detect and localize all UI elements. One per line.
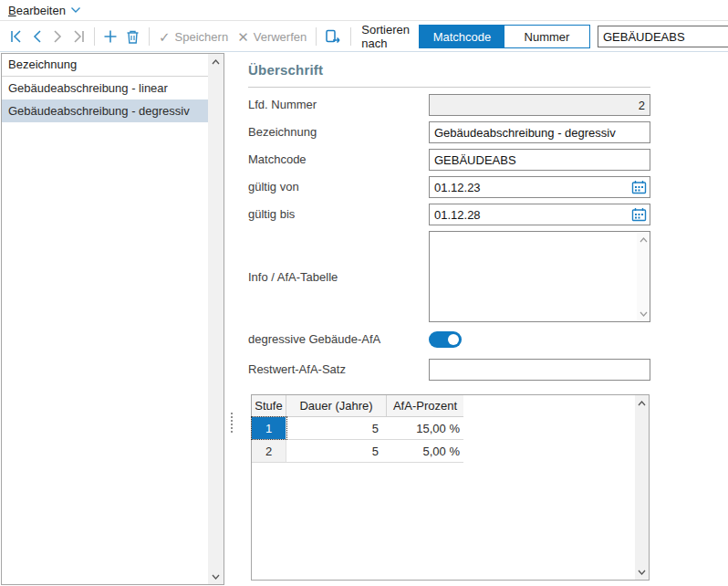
save-button[interactable]: ✓ Speichern xyxy=(154,25,233,48)
restwert-afa-satz-field[interactable] xyxy=(429,359,650,381)
app-window: Bearbeiten xyxy=(0,0,728,586)
toggle-knob xyxy=(448,334,459,345)
list-item-selected[interactable]: Gebäudeabschreibung - degressiv xyxy=(2,99,208,122)
calendar-icon[interactable] xyxy=(631,207,647,222)
plus-icon xyxy=(103,29,118,44)
matchcode-search-input[interactable] xyxy=(598,26,728,47)
heading-divider xyxy=(248,87,650,88)
bezeichnung-field[interactable] xyxy=(429,121,650,143)
discard-button[interactable]: ✕ Verwerfen xyxy=(233,25,311,48)
last-record-button[interactable] xyxy=(68,25,89,48)
gueltig-von-label: gültig von xyxy=(248,180,299,194)
cell-dauer[interactable]: 5 xyxy=(286,440,387,462)
chevron-down-icon[interactable] xyxy=(70,6,81,14)
column-header-afa-prozent[interactable]: AfA-Prozent xyxy=(387,395,463,416)
save-button-label: Speichern xyxy=(175,30,229,44)
gueltig-bis-label: gültig bis xyxy=(248,207,295,221)
sort-by-matchcode-button[interactable]: Matchcode xyxy=(420,26,504,47)
toolbar: ✓ Speichern ✕ Verwerfen Sortieren nach M… xyxy=(0,22,728,52)
cell-dauer[interactable]: 5 xyxy=(286,417,387,439)
record-list-panel: Bezeichnung Gebäudeabschreibung - linear… xyxy=(1,53,224,585)
add-record-button[interactable] xyxy=(99,25,121,48)
discard-button-label: Verwerfen xyxy=(254,30,307,44)
last-record-icon xyxy=(71,29,86,44)
sort-by-nummer-button[interactable]: Nummer xyxy=(504,26,589,47)
switch-record-icon xyxy=(325,29,342,45)
menu-bearbeiten[interactable]: Bearbeiten xyxy=(8,4,66,17)
menu-bar: Bearbeiten xyxy=(0,0,728,21)
first-record-icon xyxy=(9,29,24,44)
matchcode-label: Matchcode xyxy=(248,152,307,166)
cell-stufe[interactable]: 2 xyxy=(252,440,286,462)
next-record-icon xyxy=(51,29,64,44)
degressive-toggle[interactable] xyxy=(429,331,462,348)
cell-afa-prozent[interactable]: 5,00 % xyxy=(387,440,463,462)
trash-icon xyxy=(125,29,140,45)
gueltig-von-date-wrap xyxy=(429,176,650,198)
calendar-icon[interactable] xyxy=(631,180,647,194)
switch-view-button[interactable] xyxy=(321,25,346,48)
info-afa-tabelle-field[interactable] xyxy=(429,231,650,322)
scroll-up-icon[interactable] xyxy=(637,232,650,247)
form-section-heading: Überschrift xyxy=(248,62,323,78)
table-row[interactable]: 1 5 15,00 % xyxy=(252,417,463,440)
scroll-down-icon[interactable] xyxy=(637,306,650,321)
gueltig-bis-field[interactable] xyxy=(429,204,650,225)
next-record-button[interactable] xyxy=(47,25,68,48)
cell-stufe-selected[interactable]: 1 xyxy=(252,417,286,439)
sort-segmented-control: Matchcode Nummer xyxy=(419,25,590,48)
table-scrollbar[interactable] xyxy=(635,395,649,580)
info-afa-tabelle-label: Info / AfA-Tabelle xyxy=(248,270,338,284)
matchcode-field[interactable] xyxy=(429,149,650,171)
toolbar-separator xyxy=(94,27,95,46)
first-record-button[interactable] xyxy=(5,25,27,48)
column-header-dauer[interactable]: Dauer (Jahre) xyxy=(286,395,387,416)
restwert-afa-satz-label: Restwert-AfA-Satz xyxy=(248,362,346,376)
toolbar-separator xyxy=(350,27,351,46)
detail-form-panel: Überschrift Lfd. Nummer Bezeichnung Matc… xyxy=(239,53,728,586)
lfd-nummer-label: Lfd. Nummer xyxy=(248,98,317,111)
panel-splitter-handle[interactable] xyxy=(229,413,234,436)
toolbar-separator xyxy=(149,27,150,46)
cell-afa-prozent[interactable]: 15,00 % xyxy=(387,417,463,439)
textarea-scrollbar[interactable] xyxy=(637,232,650,321)
scroll-up-icon[interactable] xyxy=(208,54,224,69)
list-column-header[interactable]: Bezeichnung xyxy=(2,54,208,77)
list-item[interactable]: Gebäudeabschreibung - linear xyxy=(2,77,208,99)
lfd-nummer-field xyxy=(429,94,650,116)
gueltig-bis-date-wrap xyxy=(429,204,650,225)
degressive-gebaeude-afa-label: degressive Gebäude-AfA xyxy=(248,332,380,346)
gueltig-von-field[interactable] xyxy=(429,176,650,198)
x-icon: ✕ xyxy=(237,30,249,44)
table-header-row: Stufe Dauer (Jahre) AfA-Prozent xyxy=(252,395,463,417)
previous-record-button[interactable] xyxy=(27,25,47,48)
list-scrollbar[interactable] xyxy=(208,54,224,584)
bezeichnung-label: Bezeichnung xyxy=(248,125,317,139)
scroll-down-icon[interactable] xyxy=(635,564,649,580)
scroll-up-icon[interactable] xyxy=(635,395,649,411)
delete-record-button[interactable] xyxy=(121,25,144,48)
afa-stufen-table: Stufe Dauer (Jahre) AfA-Prozent 1 5 15,0… xyxy=(251,394,650,581)
column-header-stufe[interactable]: Stufe xyxy=(252,395,286,416)
scroll-down-icon[interactable] xyxy=(208,569,224,584)
check-icon: ✓ xyxy=(159,30,171,44)
table-row[interactable]: 2 5 5,00 % xyxy=(252,440,463,463)
toolbar-separator xyxy=(316,27,317,46)
previous-record-icon xyxy=(31,29,44,44)
sort-by-label: Sortieren nach xyxy=(361,23,410,50)
